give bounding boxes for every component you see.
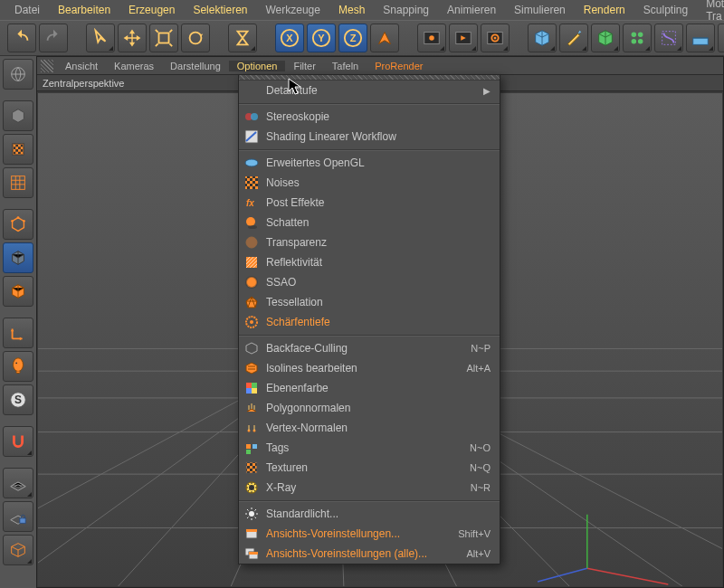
menu-sculpting[interactable]: Sculpting bbox=[634, 1, 697, 19]
recent-tool-button[interactable] bbox=[228, 24, 257, 52]
svg-point-33 bbox=[11, 220, 14, 223]
dd-item-isolines[interactable]: Isolines bearbeiten Alt+A bbox=[239, 358, 500, 378]
menu-simulieren[interactable]: Simulieren bbox=[505, 1, 575, 19]
menu-erzeugen[interactable]: Erzeugen bbox=[119, 1, 184, 19]
dd-item-vertexnormalen[interactable]: Vertex-Normalen bbox=[239, 418, 500, 438]
vp-menu-kameras[interactable]: Kameras bbox=[106, 61, 162, 71]
svg-point-16 bbox=[632, 39, 637, 43]
axis-z-button[interactable]: Z bbox=[338, 24, 367, 52]
reflectivity-icon bbox=[244, 255, 259, 270]
viewport-drag-handle[interactable] bbox=[41, 60, 53, 72]
main-toolbar: X Y Z bbox=[0, 20, 724, 56]
dd-item-schaerfentiefe[interactable]: Schärfentiefe bbox=[239, 312, 500, 332]
dd-item-schatten[interactable]: Schatten bbox=[239, 213, 500, 232]
svg-point-84 bbox=[249, 511, 254, 517]
dd-item-xray[interactable]: X-Ray N~R bbox=[239, 478, 500, 498]
scale-tool-button[interactable] bbox=[149, 24, 178, 52]
point-mode-button[interactable] bbox=[3, 242, 33, 273]
camera-button[interactable] bbox=[718, 24, 724, 52]
dd-item-detailstufe[interactable]: Detailstufe ▶ bbox=[239, 81, 500, 100]
dd-item-backface-culling[interactable]: Backface-Culling N~P bbox=[239, 338, 500, 358]
dd-item-tessellation[interactable]: Tessellation bbox=[239, 292, 500, 312]
dd-item-ansichts-voreinst-alle[interactable]: Ansichts-Voreinstellungen (alle)... Alt+… bbox=[239, 544, 500, 564]
dd-item-tags[interactable]: Tags N~O bbox=[239, 438, 500, 458]
vp-menu-prorender[interactable]: ProRender bbox=[367, 61, 431, 71]
view-nav-button[interactable] bbox=[3, 59, 33, 90]
render-pv-button[interactable] bbox=[449, 24, 478, 52]
workplane-button[interactable] bbox=[3, 468, 33, 498]
svg-point-83 bbox=[249, 485, 254, 490]
move-tool-button[interactable] bbox=[118, 24, 147, 52]
viewport-solo-button[interactable] bbox=[3, 351, 33, 382]
dd-item-ssao[interactable]: SSAO bbox=[239, 272, 500, 292]
vp-menu-tafeln[interactable]: Tafeln bbox=[324, 61, 367, 71]
default-light-icon bbox=[244, 507, 259, 521]
render-view-button[interactable] bbox=[417, 24, 446, 52]
shortcut-label: Alt+V bbox=[466, 548, 491, 559]
blank-icon bbox=[244, 83, 259, 98]
menu-mesh[interactable]: Mesh bbox=[329, 1, 374, 19]
workplane-lock-button[interactable] bbox=[3, 501, 33, 532]
snap-toggle-button[interactable] bbox=[3, 426, 33, 457]
primitive-cube-button[interactable] bbox=[528, 24, 557, 52]
texture-mode-button[interactable] bbox=[3, 167, 33, 198]
spline-pen-button[interactable] bbox=[559, 24, 588, 52]
menu-selektieren[interactable]: Selektieren bbox=[184, 1, 256, 19]
axis-y-button[interactable]: Y bbox=[307, 24, 336, 52]
dd-item-ansichts-voreinst[interactable]: Ansichts-Voreinstellungen... Shift+V bbox=[239, 524, 500, 544]
snap-dollar-button[interactable]: S bbox=[3, 384, 33, 415]
mograph-button[interactable] bbox=[623, 24, 652, 52]
svg-point-35 bbox=[15, 362, 17, 364]
dd-item-texturen[interactable]: Texturen N~Q bbox=[239, 458, 500, 478]
svg-rect-78 bbox=[246, 444, 251, 449]
svg-rect-72 bbox=[246, 383, 252, 388]
workplane-mode-button[interactable] bbox=[3, 535, 33, 565]
svg-rect-80 bbox=[246, 450, 251, 454]
polygon-normals-icon bbox=[244, 401, 259, 415]
redo-button[interactable] bbox=[39, 24, 68, 52]
generator-button[interactable] bbox=[591, 24, 620, 52]
svg-text:fx: fx bbox=[246, 198, 254, 208]
dd-item-posteffekte[interactable]: fx Post Effekte bbox=[239, 193, 500, 213]
menu-animieren[interactable]: Animieren bbox=[438, 1, 505, 19]
undo-button[interactable] bbox=[7, 24, 36, 52]
svg-point-31 bbox=[17, 216, 20, 219]
axis-mode-button[interactable] bbox=[3, 318, 33, 348]
edge-mode-button[interactable] bbox=[3, 276, 33, 307]
menu-bearbeiten[interactable]: Bearbeiten bbox=[49, 1, 119, 19]
dd-item-ebenenfarbe[interactable]: Ebenenfarbe bbox=[239, 378, 500, 398]
dd-item-noises[interactable]: Noises bbox=[239, 173, 500, 193]
shortcut-label: N~O bbox=[470, 442, 491, 453]
select-tool-button[interactable] bbox=[86, 24, 115, 52]
dd-item-stereoskopie[interactable]: Stereoskopie bbox=[239, 107, 500, 127]
make-editable-button[interactable] bbox=[3, 100, 33, 131]
dd-item-transparenz[interactable]: Transparenz bbox=[239, 232, 500, 252]
render-settings-button[interactable] bbox=[481, 24, 510, 52]
vp-menu-darstellung[interactable]: Darstellung bbox=[162, 61, 229, 71]
environment-button[interactable] bbox=[686, 24, 715, 52]
menu-rendern[interactable]: Rendern bbox=[575, 1, 634, 19]
dd-item-standardlicht[interactable]: Standardlicht... bbox=[239, 504, 500, 524]
model-mode-button[interactable] bbox=[3, 134, 33, 165]
object-mode-button[interactable] bbox=[3, 209, 33, 240]
vp-menu-optionen[interactable]: Optionen bbox=[229, 61, 286, 71]
menu-motiontracker[interactable]: Motion Tra bbox=[697, 0, 724, 25]
rotate-tool-button[interactable] bbox=[181, 24, 210, 52]
vp-menu-ansicht[interactable]: Ansicht bbox=[57, 61, 106, 71]
transparency-icon bbox=[244, 235, 259, 250]
dd-item-opengl[interactable]: Erweitertes OpenGL bbox=[239, 153, 500, 173]
axis-x-button[interactable]: X bbox=[275, 24, 304, 52]
optionen-dropdown: Detailstufe ▶ Stereoskopie Shading Linea… bbox=[238, 74, 500, 564]
dd-item-reflektivitaet[interactable]: Reflektivität bbox=[239, 252, 500, 272]
menu-werkzeuge[interactable]: Werkzeuge bbox=[256, 1, 329, 19]
deformer-button[interactable] bbox=[654, 24, 683, 52]
svg-point-1 bbox=[190, 33, 202, 44]
menu-datei[interactable]: Datei bbox=[5, 1, 49, 19]
svg-rect-75 bbox=[252, 388, 257, 394]
svg-text:Y: Y bbox=[318, 33, 325, 43]
coord-system-button[interactable] bbox=[370, 24, 399, 52]
vp-menu-filter[interactable]: Filter bbox=[285, 61, 323, 71]
menu-snapping[interactable]: Snapping bbox=[374, 1, 438, 19]
dd-item-polygonnormalen[interactable]: Polygonnormalen bbox=[239, 398, 500, 418]
dd-item-shading-linear[interactable]: Shading Linearer Workflow bbox=[239, 127, 500, 147]
